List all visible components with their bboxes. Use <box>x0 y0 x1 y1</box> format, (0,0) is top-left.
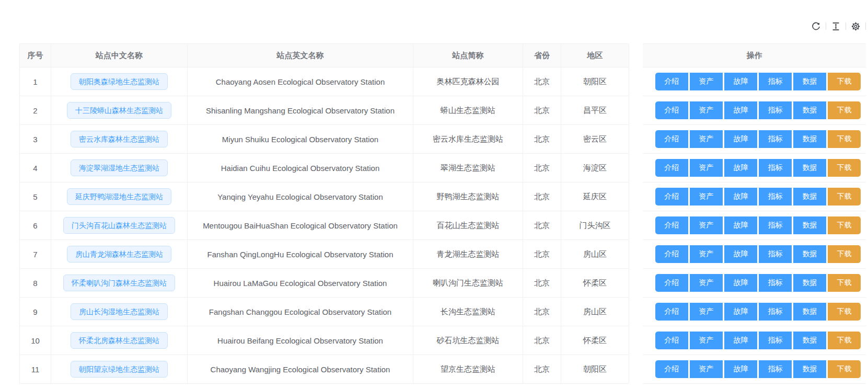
station-name-button[interactable]: 朝阳望京绿地生态监测站 <box>71 361 168 378</box>
action-button-download[interactable]: 下载 <box>828 73 861 90</box>
table-body: 1 朝阳奥森绿地生态监测站 Chaoyang Aosen Ecological … <box>19 67 629 384</box>
action-button-group: 介绍资产故障指标数据下载 <box>655 332 861 349</box>
action-button-faults[interactable]: 故障 <box>724 245 757 263</box>
action-button-intro[interactable]: 介绍 <box>655 188 688 206</box>
station-name-button[interactable]: 十三陵蟒山森林生态监测站 <box>67 102 171 119</box>
action-button-faults[interactable]: 故障 <box>724 188 757 206</box>
action-button-intro[interactable]: 介绍 <box>655 216 688 234</box>
action-row: 介绍资产故障指标数据下载 <box>643 154 866 182</box>
action-button-intro[interactable]: 介绍 <box>655 73 688 90</box>
action-button-intro[interactable]: 介绍 <box>655 101 688 119</box>
action-button-data[interactable]: 数据 <box>793 188 826 206</box>
action-button-download[interactable]: 下载 <box>828 245 861 263</box>
action-button-data[interactable]: 数据 <box>793 73 826 90</box>
action-button-intro[interactable]: 介绍 <box>655 303 688 321</box>
row-index-cell: 11 <box>20 355 51 383</box>
table-row: 2 十三陵蟒山森林生态监测站 Shisanling Mangshang Ecol… <box>19 96 629 125</box>
province-cell: 北京 <box>523 125 561 153</box>
action-button-metrics[interactable]: 指标 <box>759 73 792 90</box>
region-cell: 延庆区 <box>561 182 629 211</box>
station-name-button[interactable]: 房山青龙湖森林生态监测站 <box>67 246 171 263</box>
station-name-button[interactable]: 海淀翠湖湿地生态监测站 <box>71 159 168 176</box>
action-button-faults[interactable]: 故障 <box>724 73 757 90</box>
action-button-metrics[interactable]: 指标 <box>759 216 792 234</box>
action-button-assets[interactable]: 资产 <box>690 159 723 177</box>
action-button-assets[interactable]: 资产 <box>690 130 723 148</box>
action-button-metrics[interactable]: 指标 <box>759 101 792 119</box>
action-header: 操作 <box>643 43 866 67</box>
action-button-download[interactable]: 下载 <box>828 274 861 292</box>
action-row: 介绍资产故障指标数据下载 <box>643 355 866 384</box>
station-name-button[interactable]: 密云水库森林生态监测站 <box>71 131 168 147</box>
action-button-assets[interactable]: 资产 <box>690 360 723 378</box>
action-button-metrics[interactable]: 指标 <box>759 360 792 378</box>
action-button-assets[interactable]: 资产 <box>690 101 723 119</box>
action-button-faults[interactable]: 故障 <box>724 101 757 119</box>
action-button-data[interactable]: 数据 <box>793 101 826 119</box>
action-button-download[interactable]: 下载 <box>828 303 861 321</box>
station-abbr-cell: 翠湖生态监测站 <box>413 154 523 182</box>
action-button-intro[interactable]: 介绍 <box>655 245 688 263</box>
action-button-metrics[interactable]: 指标 <box>759 303 792 321</box>
action-button-metrics[interactable]: 指标 <box>759 332 792 349</box>
action-button-faults[interactable]: 故障 <box>724 216 757 234</box>
action-button-download[interactable]: 下载 <box>828 159 861 177</box>
action-button-intro[interactable]: 介绍 <box>655 159 688 177</box>
row-index-cell: 8 <box>20 269 51 297</box>
action-button-download[interactable]: 下载 <box>828 188 861 206</box>
action-button-metrics[interactable]: 指标 <box>759 188 792 206</box>
action-button-download[interactable]: 下载 <box>828 216 861 234</box>
station-name-button[interactable]: 怀柔北房森林生态监测站 <box>71 332 168 349</box>
action-button-download[interactable]: 下载 <box>828 332 861 349</box>
station-name-button[interactable]: 门头沟百花山森林生态监测站 <box>63 217 175 234</box>
action-button-assets[interactable]: 资产 <box>690 188 723 206</box>
action-button-data[interactable]: 数据 <box>793 332 826 349</box>
action-button-data[interactable]: 数据 <box>793 216 826 234</box>
action-button-faults[interactable]: 故障 <box>724 130 757 148</box>
action-button-metrics[interactable]: 指标 <box>759 130 792 148</box>
station-name-button[interactable]: 朝阳奥森绿地生态监测站 <box>71 73 168 90</box>
density-button[interactable] <box>826 22 846 31</box>
action-button-intro[interactable]: 介绍 <box>655 130 688 148</box>
station-name-button[interactable]: 怀柔喇叭沟门森林生态监测站 <box>63 275 175 291</box>
province-cell: 北京 <box>523 298 561 326</box>
action-button-assets[interactable]: 资产 <box>690 245 723 263</box>
action-button-data[interactable]: 数据 <box>793 274 826 292</box>
action-button-metrics[interactable]: 指标 <box>759 274 792 292</box>
action-button-faults[interactable]: 故障 <box>724 303 757 321</box>
action-button-download[interactable]: 下载 <box>828 130 861 148</box>
action-button-data[interactable]: 数据 <box>793 360 826 378</box>
action-button-faults[interactable]: 故障 <box>724 332 757 349</box>
station-name-zh-cell: 怀柔喇叭沟门森林生态监测站 <box>51 269 188 297</box>
station-name-en-cell: Miyun Shuiku Ecological Observatory Stat… <box>188 125 413 153</box>
station-name-button[interactable]: 房山长沟湿地生态监测站 <box>71 303 168 320</box>
action-button-data[interactable]: 数据 <box>793 130 826 148</box>
action-button-group: 介绍资产故障指标数据下载 <box>655 73 861 90</box>
action-button-download[interactable]: 下载 <box>828 101 861 119</box>
action-button-data[interactable]: 数据 <box>793 159 826 177</box>
action-button-assets[interactable]: 资产 <box>690 303 723 321</box>
action-button-assets[interactable]: 资产 <box>690 73 723 90</box>
action-button-assets[interactable]: 资产 <box>690 274 723 292</box>
action-button-intro[interactable]: 介绍 <box>655 274 688 292</box>
action-button-assets[interactable]: 资产 <box>690 216 723 234</box>
settings-button[interactable] <box>846 22 865 31</box>
action-button-faults[interactable]: 故障 <box>724 159 757 177</box>
action-button-data[interactable]: 数据 <box>793 245 826 263</box>
action-button-data[interactable]: 数据 <box>793 303 826 321</box>
action-button-download[interactable]: 下载 <box>828 360 861 378</box>
action-button-group: 介绍资产故障指标数据下载 <box>655 130 861 148</box>
action-button-intro[interactable]: 介绍 <box>655 332 688 349</box>
province-cell: 北京 <box>523 154 561 182</box>
reload-button[interactable] <box>806 22 826 31</box>
action-button-metrics[interactable]: 指标 <box>759 159 792 177</box>
action-button-intro[interactable]: 介绍 <box>655 360 688 378</box>
region-cell: 门头沟区 <box>561 211 629 239</box>
action-button-faults[interactable]: 故障 <box>724 360 757 378</box>
stations-table-page: 序号 站点中文名称 站点英文名称 站点简称 省份 地区 1 朝阳奥森绿地生态监测… <box>0 18 868 384</box>
station-name-button[interactable]: 延庆野鸭湖湿地生态监测站 <box>67 188 171 205</box>
action-button-faults[interactable]: 故障 <box>724 274 757 292</box>
action-button-group: 介绍资产故障指标数据下载 <box>655 360 861 378</box>
action-button-metrics[interactable]: 指标 <box>759 245 792 263</box>
action-button-assets[interactable]: 资产 <box>690 332 723 349</box>
